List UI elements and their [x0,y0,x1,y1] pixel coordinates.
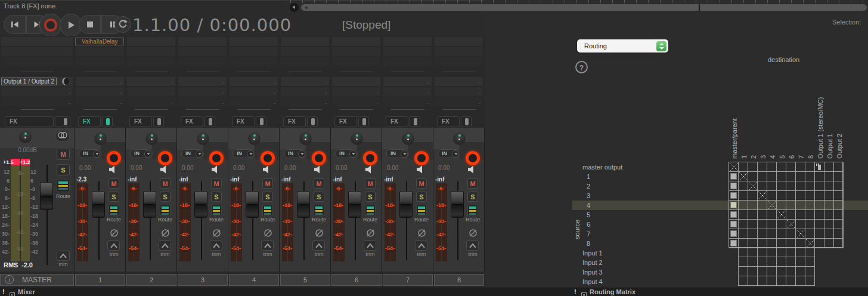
matrix-cell[interactable] [805,267,815,276]
matrix-cell[interactable] [786,162,796,172]
send-slot[interactable]: . [383,87,432,96]
input-button[interactable]: IN [130,149,153,158]
matrix-cell[interactable] [767,239,777,248]
peak-readout[interactable]: -inf [230,176,240,183]
matrix-cell[interactable] [786,181,796,191]
matrix-cell[interactable] [729,220,739,229]
trim-button[interactable] [364,240,376,251]
matrix-cell[interactable] [777,276,786,286]
source-row-label[interactable]: Input 1 [582,248,648,258]
matrix-cell[interactable] [758,239,767,248]
record-arm-button[interactable] [209,151,224,165]
fx-button[interactable]: FX [283,116,306,127]
fx-slot[interactable] [281,47,329,56]
fx-slot[interactable] [230,37,278,46]
stop-button[interactable] [79,15,101,34]
pan-knob[interactable] [351,132,363,145]
matrix-cell[interactable] [777,181,786,191]
send-slot[interactable]: . [76,87,124,96]
solo-button[interactable]: S [57,164,70,175]
solo-button[interactable]: S [211,192,222,202]
matrix-cell[interactable] [796,181,805,191]
matrix-cell[interactable] [739,210,748,220]
matrix-cell[interactable] [767,257,777,267]
mute-button[interactable]: M [262,178,273,189]
trim-button[interactable] [415,240,427,251]
phase-button[interactable] [365,228,376,238]
input-menu-icon[interactable] [144,150,151,158]
source-row-label[interactable]: 3 [582,191,648,201]
send-slot[interactable]: . [230,77,278,86]
matrix-cell[interactable] [777,201,786,210]
matrix-cell[interactable] [824,229,834,239]
pan-knob[interactable] [299,132,312,145]
matrix-cell[interactable] [739,201,748,210]
matrix-cell[interactable] [758,257,767,267]
fx-slot[interactable] [127,37,175,46]
send-slot[interactable]: . [230,97,278,106]
peak-readout[interactable]: -inf [435,176,445,183]
send-slot[interactable]: . [76,97,124,106]
matrix-cell[interactable] [824,172,834,181]
fx-slot[interactable] [76,57,124,66]
matrix-cell[interactable] [729,172,739,181]
matrix-cell[interactable] [805,181,815,191]
send-slot[interactable]: . [1,87,73,96]
matrix-cell[interactable] [786,210,796,220]
source-row-label[interactable]: 5 [582,210,648,220]
matrix-cell[interactable] [767,276,777,286]
matrix-cell[interactable] [748,229,758,239]
matrix-cell[interactable] [748,220,758,229]
horizontal-scrollbar[interactable] [301,4,867,11]
fx-slot[interactable] [435,57,483,66]
fx-chain-handle[interactable] [55,116,70,127]
fx-slot[interactable] [435,37,483,46]
pan-knob[interactable] [197,132,209,145]
stereo-width-button[interactable] [55,131,70,142]
matrix-cell[interactable] [767,248,777,257]
matrix-cell[interactable] [739,267,748,276]
fader[interactable] [451,191,464,218]
matrix-cell[interactable] [748,201,758,210]
matrix-cell[interactable] [805,172,815,181]
matrix-cell[interactable] [729,201,739,210]
route-button[interactable] [467,205,478,216]
mute-button[interactable]: M [108,178,119,189]
fx-slot[interactable] [1,47,73,56]
matrix-cell[interactable] [805,257,815,267]
routing-mode-select[interactable]: Routing [577,39,668,53]
fx-slot[interactable] [178,37,227,46]
matrix-cell[interactable] [758,248,767,257]
send-slot[interactable]: . [281,87,329,96]
matrix-cell[interactable] [834,229,844,239]
trim-button[interactable] [159,240,171,251]
matrix-cell[interactable] [767,210,777,220]
matrix-cell[interactable] [805,276,815,286]
matrix-cell[interactable] [824,239,834,248]
matrix-cell[interactable] [777,229,786,239]
source-row-label[interactable]: 4 [582,201,648,210]
send-slot[interactable]: . [178,77,227,86]
peak-readout[interactable]: -2.3 [76,176,86,183]
matrix-cell[interactable] [777,257,786,267]
matrix-cell[interactable] [805,220,815,229]
send-slot[interactable]: . [127,87,175,96]
matrix-cell[interactable] [834,172,844,181]
input-menu-icon[interactable] [401,150,408,158]
send-slot[interactable]: . [435,87,483,96]
input-menu-icon[interactable] [93,150,100,158]
input-button[interactable]: IN [79,149,101,158]
send-slot[interactable]: . [435,97,483,106]
matrix-cell[interactable] [815,172,824,181]
route-button[interactable] [365,205,376,216]
matrix-cell[interactable] [824,201,834,210]
matrix-cell[interactable] [748,172,758,181]
send-slot[interactable]: . [383,77,432,86]
matrix-cell[interactable] [777,220,786,229]
input-button[interactable]: IN [284,149,306,158]
scroll-left-button[interactable] [290,3,299,12]
close-box-icon[interactable] [10,289,15,296]
pan-knob[interactable] [145,132,158,145]
matrix-cell[interactable] [758,276,767,286]
tab-routing-matrix[interactable]: Routing Matrix [590,288,636,296]
